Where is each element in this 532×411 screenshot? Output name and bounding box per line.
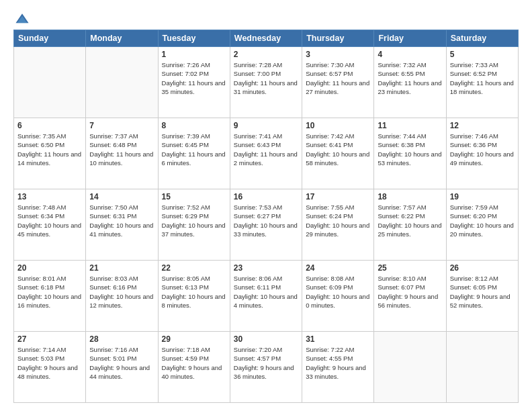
weekday-header-row: SundayMondayTuesdayWednesdayThursdayFrid… bbox=[14, 30, 519, 47]
calendar-cell: 24Sunrise: 8:08 AM Sunset: 6:09 PM Dayli… bbox=[302, 261, 374, 332]
day-info: Sunrise: 7:46 AM Sunset: 6:36 PM Dayligh… bbox=[450, 132, 515, 167]
calendar-table: SundayMondayTuesdayWednesdayThursdayFrid… bbox=[13, 30, 519, 403]
day-number: 15 bbox=[162, 192, 226, 201]
logo bbox=[13, 12, 30, 26]
calendar-cell: 2Sunrise: 7:28 AM Sunset: 7:00 PM Daylig… bbox=[230, 47, 302, 118]
day-info: Sunrise: 7:53 AM Sunset: 6:27 PM Dayligh… bbox=[234, 203, 298, 238]
day-info: Sunrise: 7:26 AM Sunset: 7:02 PM Dayligh… bbox=[162, 60, 226, 96]
calendar-cell bbox=[86, 47, 158, 118]
day-number: 24 bbox=[306, 263, 370, 273]
day-info: Sunrise: 7:57 AM Sunset: 6:22 PM Dayligh… bbox=[378, 203, 442, 238]
day-number: 20 bbox=[17, 263, 82, 273]
weekday-header-tuesday: Tuesday bbox=[158, 30, 230, 47]
day-number: 18 bbox=[378, 192, 442, 201]
day-info: Sunrise: 7:50 AM Sunset: 6:31 PM Dayligh… bbox=[89, 203, 154, 238]
calendar-cell: 6Sunrise: 7:35 AM Sunset: 6:50 PM Daylig… bbox=[14, 118, 86, 189]
day-number: 6 bbox=[17, 121, 82, 130]
weekday-header-saturday: Saturday bbox=[446, 30, 518, 47]
day-info: Sunrise: 8:12 AM Sunset: 6:05 PM Dayligh… bbox=[450, 274, 515, 310]
calendar-cell: 16Sunrise: 7:53 AM Sunset: 6:27 PM Dayli… bbox=[230, 189, 302, 261]
calendar-cell: 15Sunrise: 7:52 AM Sunset: 6:29 PM Dayli… bbox=[158, 189, 230, 261]
day-number: 23 bbox=[234, 263, 298, 273]
day-info: Sunrise: 7:37 AM Sunset: 6:48 PM Dayligh… bbox=[89, 132, 154, 167]
calendar-cell: 11Sunrise: 7:44 AM Sunset: 6:38 PM Dayli… bbox=[374, 118, 446, 189]
day-info: Sunrise: 8:10 AM Sunset: 6:07 PM Dayligh… bbox=[378, 274, 442, 310]
day-info: Sunrise: 7:18 AM Sunset: 4:59 PM Dayligh… bbox=[162, 345, 226, 381]
header bbox=[13, 12, 519, 26]
calendar-cell: 22Sunrise: 8:05 AM Sunset: 6:13 PM Dayli… bbox=[158, 261, 230, 332]
day-info: Sunrise: 7:22 AM Sunset: 4:55 PM Dayligh… bbox=[306, 345, 370, 381]
calendar-cell: 29Sunrise: 7:18 AM Sunset: 4:59 PM Dayli… bbox=[158, 332, 230, 403]
day-info: Sunrise: 7:14 AM Sunset: 5:03 PM Dayligh… bbox=[17, 345, 82, 381]
day-number: 25 bbox=[378, 263, 442, 273]
day-number: 9 bbox=[234, 121, 298, 130]
day-info: Sunrise: 8:05 AM Sunset: 6:13 PM Dayligh… bbox=[162, 274, 226, 310]
day-info: Sunrise: 7:33 AM Sunset: 6:52 PM Dayligh… bbox=[450, 60, 515, 96]
day-number: 2 bbox=[234, 50, 298, 59]
calendar-cell bbox=[446, 332, 518, 403]
calendar-week-row: 1Sunrise: 7:26 AM Sunset: 7:02 PM Daylig… bbox=[14, 47, 519, 118]
day-info: Sunrise: 7:28 AM Sunset: 7:00 PM Dayligh… bbox=[234, 60, 298, 96]
calendar-cell: 31Sunrise: 7:22 AM Sunset: 4:55 PM Dayli… bbox=[302, 332, 374, 403]
calendar-cell bbox=[374, 332, 446, 403]
day-number: 27 bbox=[17, 334, 82, 344]
day-info: Sunrise: 8:03 AM Sunset: 6:16 PM Dayligh… bbox=[89, 274, 154, 310]
day-info: Sunrise: 7:32 AM Sunset: 6:55 PM Dayligh… bbox=[378, 60, 442, 96]
page: SundayMondayTuesdayWednesdayThursdayFrid… bbox=[0, 0, 532, 411]
calendar-cell: 1Sunrise: 7:26 AM Sunset: 7:02 PM Daylig… bbox=[158, 47, 230, 118]
day-number: 31 bbox=[306, 334, 370, 344]
calendar-cell: 18Sunrise: 7:57 AM Sunset: 6:22 PM Dayli… bbox=[374, 189, 446, 261]
weekday-header-thursday: Thursday bbox=[302, 30, 374, 47]
day-info: Sunrise: 7:52 AM Sunset: 6:29 PM Dayligh… bbox=[162, 203, 226, 238]
day-number: 3 bbox=[306, 50, 370, 59]
day-number: 5 bbox=[450, 50, 515, 59]
calendar-cell: 20Sunrise: 8:01 AM Sunset: 6:18 PM Dayli… bbox=[14, 261, 86, 332]
day-number: 7 bbox=[89, 121, 154, 130]
calendar-cell: 8Sunrise: 7:39 AM Sunset: 6:45 PM Daylig… bbox=[158, 118, 230, 189]
calendar-cell: 28Sunrise: 7:16 AM Sunset: 5:01 PM Dayli… bbox=[86, 332, 158, 403]
weekday-header-sunday: Sunday bbox=[14, 30, 86, 47]
calendar-cell: 30Sunrise: 7:20 AM Sunset: 4:57 PM Dayli… bbox=[230, 332, 302, 403]
logo-icon bbox=[15, 12, 30, 27]
day-number: 22 bbox=[162, 263, 226, 273]
calendar-cell: 4Sunrise: 7:32 AM Sunset: 6:55 PM Daylig… bbox=[374, 47, 446, 118]
day-number: 17 bbox=[306, 192, 370, 201]
day-info: Sunrise: 7:44 AM Sunset: 6:38 PM Dayligh… bbox=[378, 132, 442, 167]
day-info: Sunrise: 7:39 AM Sunset: 6:45 PM Dayligh… bbox=[162, 132, 226, 167]
day-info: Sunrise: 7:20 AM Sunset: 4:57 PM Dayligh… bbox=[234, 345, 298, 381]
calendar-cell: 17Sunrise: 7:55 AM Sunset: 6:24 PM Dayli… bbox=[302, 189, 374, 261]
calendar-week-row: 20Sunrise: 8:01 AM Sunset: 6:18 PM Dayli… bbox=[14, 261, 519, 332]
calendar-cell: 10Sunrise: 7:42 AM Sunset: 6:41 PM Dayli… bbox=[302, 118, 374, 189]
weekday-header-friday: Friday bbox=[374, 30, 446, 47]
calendar-cell bbox=[14, 47, 86, 118]
day-number: 28 bbox=[89, 334, 154, 344]
calendar-cell: 27Sunrise: 7:14 AM Sunset: 5:03 PM Dayli… bbox=[14, 332, 86, 403]
weekday-header-monday: Monday bbox=[86, 30, 158, 47]
day-number: 13 bbox=[17, 192, 82, 201]
day-number: 14 bbox=[89, 192, 154, 201]
calendar-cell: 7Sunrise: 7:37 AM Sunset: 6:48 PM Daylig… bbox=[86, 118, 158, 189]
calendar-cell: 12Sunrise: 7:46 AM Sunset: 6:36 PM Dayli… bbox=[446, 118, 518, 189]
day-number: 1 bbox=[162, 50, 226, 59]
day-number: 8 bbox=[162, 121, 226, 130]
day-info: Sunrise: 7:48 AM Sunset: 6:34 PM Dayligh… bbox=[17, 203, 82, 238]
day-number: 10 bbox=[306, 121, 370, 130]
calendar-cell: 13Sunrise: 7:48 AM Sunset: 6:34 PM Dayli… bbox=[14, 189, 86, 261]
day-info: Sunrise: 7:42 AM Sunset: 6:41 PM Dayligh… bbox=[306, 132, 370, 167]
day-number: 26 bbox=[450, 263, 515, 273]
calendar-cell: 26Sunrise: 8:12 AM Sunset: 6:05 PM Dayli… bbox=[446, 261, 518, 332]
calendar-week-row: 6Sunrise: 7:35 AM Sunset: 6:50 PM Daylig… bbox=[14, 118, 519, 189]
calendar-cell: 9Sunrise: 7:41 AM Sunset: 6:43 PM Daylig… bbox=[230, 118, 302, 189]
calendar-week-row: 27Sunrise: 7:14 AM Sunset: 5:03 PM Dayli… bbox=[14, 332, 519, 403]
day-info: Sunrise: 8:06 AM Sunset: 6:11 PM Dayligh… bbox=[234, 274, 298, 310]
weekday-header-wednesday: Wednesday bbox=[230, 30, 302, 47]
day-info: Sunrise: 7:55 AM Sunset: 6:24 PM Dayligh… bbox=[306, 203, 370, 238]
day-number: 11 bbox=[378, 121, 442, 130]
day-number: 16 bbox=[234, 192, 298, 201]
day-info: Sunrise: 7:41 AM Sunset: 6:43 PM Dayligh… bbox=[234, 132, 298, 167]
day-info: Sunrise: 8:08 AM Sunset: 6:09 PM Dayligh… bbox=[306, 274, 370, 310]
calendar-week-row: 13Sunrise: 7:48 AM Sunset: 6:34 PM Dayli… bbox=[14, 189, 519, 261]
calendar-cell: 3Sunrise: 7:30 AM Sunset: 6:57 PM Daylig… bbox=[302, 47, 374, 118]
calendar-cell: 19Sunrise: 7:59 AM Sunset: 6:20 PM Dayli… bbox=[446, 189, 518, 261]
day-info: Sunrise: 7:59 AM Sunset: 6:20 PM Dayligh… bbox=[450, 203, 515, 238]
